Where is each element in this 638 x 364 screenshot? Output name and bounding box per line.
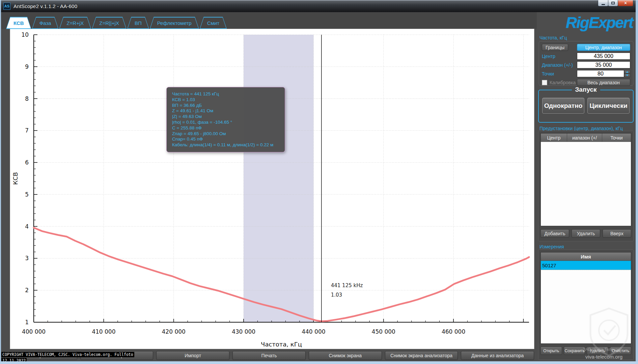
run-title: Запуск [572,86,600,93]
measurements-column-header[interactable]: Имя [541,252,631,261]
x-tick-label: 410 000 [92,328,115,335]
input-диапазон[interactable] [577,61,630,68]
tab-z-r-jx[interactable]: Z=R||+jX [92,17,127,29]
y-tick-label: 8 [25,95,29,102]
full-range-button[interactable]: Весь диапазон [577,79,630,86]
input-центр[interactable] [577,53,630,60]
frequency-fields: ЦентрДиапазон (+/-)Точки [542,52,630,78]
y-tick-label: 2 [25,287,29,294]
spinner-up-icon[interactable] [624,70,630,74]
x-tick-label: 450 000 [372,328,395,335]
tooltip-line: Кабель: длина(1/4) = 0.11 м, длина(1/2) … [172,142,279,148]
x-tick-label: 400 000 [22,328,46,335]
measurements-table-header: Имя [541,252,631,261]
y-tick-label: 4 [25,223,29,230]
tab-z-r-jx[interactable]: Z=R+jX [59,17,91,29]
measurements-button-очистить[interactable]: Очистить [610,346,632,355]
toolbar-button-снимок-экрана[interactable]: Снимок экрана [309,351,382,360]
run-buttons: ОднократноЦиклически [542,98,630,114]
field-label-диапазон: Диапазон (+/-) [542,62,573,68]
tab-рефлектометр[interactable]: Рефлектометр [150,17,199,29]
y-axis-title: КСВ [12,172,19,185]
measurements-button-открыть[interactable]: Открыть [540,346,562,355]
tab-ксв[interactable]: КСВ [6,17,31,29]
frequency-mode-row: ГраницыЦентр, диапазон [542,43,630,51]
run-button-однократно[interactable]: Однократно [542,98,584,114]
frequency-box: ГраницыЦентр, диапазон ЦентрДиапазон (+/… [539,41,633,86]
x-tick-label: 440 000 [302,328,325,335]
tab-label: Z=R||+jX [99,20,119,26]
measurement-row[interactable]: 50127 [541,261,631,270]
minimize-button[interactable] [598,0,608,6]
measurements-button-удалить[interactable]: Удалить [587,346,608,355]
rigexpert-logo: RigExpert [566,13,633,32]
presets-table-header: Центриапазон (+/Точки [541,133,631,142]
presets-button-добавить[interactable]: Добавить [540,229,569,238]
marker-label: 1.03 [331,292,342,298]
tab-фаза[interactable]: Фаза [32,17,59,29]
measurements-table[interactable]: Имя 50127 [540,252,631,344]
presets-actions: ДобавитьУдалитьВверх [540,229,631,238]
y-tick-label: 10 [21,31,29,38]
toolbar-button-печать[interactable]: Печать [232,351,306,360]
y-tick-label: 7 [25,127,29,134]
field-label-точки: Точки [542,71,554,77]
input-точки[interactable] [577,70,624,77]
calibration-label: Калибровка [550,80,576,85]
presets-button-вверх[interactable]: Вверх [603,229,631,238]
maximize-icon [611,2,615,4]
frequency-section-label: Частота, кГц [539,35,567,40]
tooltip-line: |Z| = 49.63 Ом [172,114,279,120]
close-button[interactable]: × [618,0,633,6]
tab-label: Z=R+jX [66,20,84,26]
points-spinner [624,70,630,77]
y-tick-label: 1 [25,319,29,326]
maximize-button[interactable] [608,0,618,6]
y-tick-label: 3 [25,255,29,262]
spinner-down-icon[interactable] [624,74,630,78]
mode-button-границы[interactable]: Границы [542,44,568,51]
tab-label: ВП [135,20,142,26]
presets-button-удалить[interactable]: Удалить [572,229,600,238]
presets-column-header[interactable]: Точки [602,133,631,142]
measurements-button-сохранить[interactable]: Сохранить [564,346,585,355]
tab-label: Фаза [39,20,51,26]
presets-table[interactable]: Центриапазон (+/Точки [540,133,631,226]
app-icon: AS [3,3,10,10]
x-axis-title: Частота, кГц [261,341,302,348]
tooltip-line: Частота = 441 125 кГц [172,91,279,97]
swr-chart[interactable]: 12345678910400 000410 000420 000430 0004… [10,29,534,349]
y-tick-label: 9 [25,63,29,70]
frequency-field-row: Точки [542,70,630,78]
toolbar-button-снимок-экрана-анализатора[interactable]: Снимок экрана анализатора [385,351,458,360]
tooltip-line: Z = 49.61 - j1.41 Ом [172,108,279,114]
toolbar-button-данные-из-анализатора[interactable]: Данные из анализатора [461,351,534,360]
measurement-tooltip: Частота = 441 125 кГцКСВ = 1.03ВП = 36.6… [166,87,285,152]
presets-column-header[interactable]: Центр [541,133,567,142]
tab-смит[interactable]: Смит [200,17,227,29]
tooltip-line: ВП = 36.66 дБ [172,103,279,109]
calibration-row: Калибровка Весь диапазон [542,79,630,86]
swr-chart-panel: 12345678910400 000410 000420 000430 0004… [10,29,534,349]
tooltip-line: Zпар = 49.65 - j800.00 Ом [172,131,279,137]
mode-button-центр-диапазон[interactable]: Центр, диапазон [577,44,630,51]
highlight-band [244,35,313,322]
x-tick-label: 420 000 [162,328,186,335]
toolbar-button-импорт[interactable]: Импорт [156,351,229,360]
run-button-циклически[interactable]: Циклически [587,98,630,114]
presets-column-header[interactable]: иапазон (+/ [567,133,602,142]
calibration-checkbox[interactable] [542,80,547,85]
copyright-line: COPYRIGHT VIVA-TELECOM, CJSC. Viva-telec… [1,352,134,357]
tab-label: Рефлектометр [157,20,192,26]
tooltip-line: |rho| = 0.01, фаза = -104.65 ° [172,120,279,125]
calibration-left: Калибровка [542,80,576,85]
y-tick-label: 6 [25,159,29,166]
tooltip-line: КСВ = 1.03 [172,97,279,103]
tab-label: КСВ [13,20,24,26]
frequency-field-row: Диапазон (+/-) [542,61,630,69]
sidebar: RigExpert Частота, кГц ГраницыЦентр, диа… [538,13,636,361]
window-controls: × [598,0,633,6]
tab-вп[interactable]: ВП [127,17,149,29]
minimize-icon [602,4,605,5]
y-tick-label: 5 [25,191,29,198]
